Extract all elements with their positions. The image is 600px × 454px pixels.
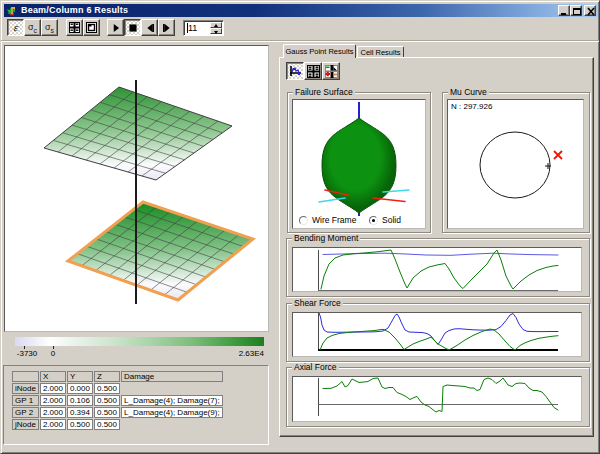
table-header-row: XYZDamage <box>12 371 223 382</box>
tab-cell-results[interactable]: Cell Results <box>357 46 404 57</box>
chart-svg <box>293 248 581 291</box>
titlebar[interactable]: Beam/Column 6 Results <box>4 4 598 17</box>
colorbar-max-label: 2.63E4 <box>230 349 264 358</box>
axial-force-group-label: Axial Force <box>292 363 339 372</box>
table-cell: jNode <box>12 419 39 430</box>
table-row: GP 22.0000.3940.500L_Damage(4); Damage(9… <box>12 407 223 418</box>
step-back-button[interactable] <box>141 19 158 36</box>
sigma-s-button[interactable]: σs <box>41 19 58 36</box>
colored-table-view-icon <box>325 65 338 78</box>
table-cell <box>121 419 223 430</box>
spin-down-button[interactable] <box>210 28 222 34</box>
table-cell <box>121 383 223 394</box>
table-row: jNode2.0000.5000.500 <box>12 419 223 430</box>
main-toolbar: ε σc σs <box>1 18 599 41</box>
plot-view-button[interactable] <box>286 62 304 80</box>
colorbar-zero-label: 0 <box>48 349 58 358</box>
mu-curve-canvas: N : 297.926 <box>447 99 584 229</box>
colorbar-min-label: -3730 <box>15 349 39 358</box>
table-cell: 0.500 <box>94 395 120 406</box>
minimize-button[interactable] <box>558 5 570 16</box>
table-cell: GP 2 <box>12 407 39 418</box>
axial-force-plot <box>292 376 582 422</box>
shear-force-plot <box>292 312 582 357</box>
table-view-button[interactable] <box>304 62 322 80</box>
toolbar-divider <box>1 40 599 42</box>
wire-frame-radio-label: Wire Frame <box>312 216 356 225</box>
stop-icon <box>129 24 137 32</box>
wire-frame-radio[interactable]: Wire Frame <box>299 216 356 225</box>
table-cell: 0.500 <box>94 419 120 430</box>
table-cell: L_Damage(4); Damage(9); <box>121 407 223 418</box>
chart-svg <box>5 46 268 331</box>
table-header-cell <box>12 371 39 382</box>
stop-button[interactable] <box>124 19 141 36</box>
tile-windows-button[interactable] <box>66 19 83 36</box>
table-header-cell: Z <box>94 371 120 382</box>
table-cell: 2.000 <box>40 407 66 418</box>
step-back-icon <box>146 24 154 32</box>
results-table-panel: XYZDamageiNode2.0000.0000.500GP 12.0000.… <box>3 365 269 445</box>
table-cell: 2.000 <box>40 419 66 430</box>
table-cell: 0.106 <box>67 395 93 406</box>
failure-surface-group-label: Failure Surface <box>293 88 355 97</box>
table-cell: 0.394 <box>67 407 93 418</box>
table-cell: 0.000 <box>67 383 93 394</box>
axial-load-annotation: N : 297.926 <box>451 102 492 111</box>
solid-radio-circle <box>369 216 378 225</box>
shear-force-group-label: Shear Force <box>292 299 343 308</box>
sigma-c-button[interactable]: σc <box>24 19 41 36</box>
tile-windows-icon <box>69 22 80 33</box>
table-cell: 2.000 <box>40 395 66 406</box>
step-forward-button[interactable] <box>158 19 175 36</box>
table-view-icon <box>307 65 320 78</box>
maximize-button[interactable] <box>570 5 582 16</box>
play-button[interactable] <box>107 19 124 36</box>
chart-svg <box>293 377 581 421</box>
step-number-field[interactable]: 11 <box>183 20 224 36</box>
strain-button[interactable]: ε <box>7 19 24 36</box>
table-row: iNode2.0000.0000.500 <box>12 383 223 394</box>
table-cell: 0.500 <box>94 407 120 418</box>
mu-curve-group-label: Mu Curve <box>448 88 489 97</box>
bending-moment-plot <box>292 247 582 292</box>
table-cell: L_Damage(4); Damage(7); <box>121 395 223 406</box>
table-cell: iNode <box>12 383 39 394</box>
table-header-cell: Damage <box>121 371 223 382</box>
plot-view-icon <box>289 65 302 78</box>
solid-radio-label: Solid <box>382 216 401 225</box>
table-cell: 0.500 <box>94 383 120 394</box>
window-title: Beam/Column 6 Results <box>21 4 128 17</box>
table-cell: 0.500 <box>67 419 93 430</box>
solid-radio[interactable]: Solid <box>369 216 401 225</box>
chart-svg <box>293 313 581 356</box>
results-table: XYZDamageiNode2.0000.0000.500GP 12.0000.… <box>11 370 224 431</box>
minimize-icon <box>560 7 570 16</box>
table-header-cell: Y <box>67 371 93 382</box>
maximize-icon <box>572 7 582 16</box>
step-forward-icon <box>163 24 171 32</box>
bending-moment-group-label: Bending Moment <box>292 234 360 243</box>
colored-table-view-button[interactable] <box>322 62 340 80</box>
wire-frame-radio-circle <box>299 216 308 225</box>
table-row: GP 12.0000.1060.500L_Damage(4); Damage(7… <box>12 395 223 406</box>
table-header-cell: X <box>40 371 66 382</box>
colorbar-gradient <box>15 337 264 346</box>
app-window: Beam/Column 6 Results ε σc σs <box>0 0 600 454</box>
single-window-button[interactable] <box>83 19 100 36</box>
app-icon <box>6 5 17 16</box>
tab-gauss-point-results[interactable]: Gauss Point Results <box>283 44 356 58</box>
model-3d-view[interactable] <box>4 45 269 332</box>
play-icon <box>112 24 120 32</box>
close-icon <box>586 7 596 16</box>
chart-svg <box>448 100 583 228</box>
single-window-icon <box>86 22 97 33</box>
chart-svg <box>293 100 425 228</box>
table-cell: 2.000 <box>40 383 66 394</box>
table-cell: GP 1 <box>12 395 39 406</box>
failure-surface-canvas[interactable]: Wire Frame Solid <box>292 99 426 229</box>
close-button[interactable] <box>584 5 596 16</box>
step-number-value: 11 <box>188 23 197 33</box>
